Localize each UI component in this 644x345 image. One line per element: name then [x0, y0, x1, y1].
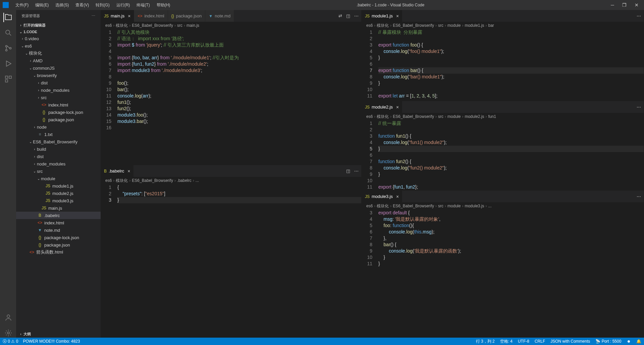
tree-folder[interactable]: ›node: [16, 123, 101, 131]
more-icon[interactable]: ⋯: [354, 168, 359, 174]
status-line-col[interactable]: 行 3，列 2: [476, 339, 495, 344]
tree-folder[interactable]: ⌄module: [16, 175, 101, 182]
breadcrumb[interactable]: es6›模块化›ES6_Babel_Browserify›src›module›…: [362, 202, 644, 210]
status-liveserver[interactable]: 📡 Port : 5500: [595, 339, 621, 344]
status-bell-icon[interactable]: 🔔: [636, 339, 641, 344]
close-icon[interactable]: ×: [396, 13, 399, 19]
svg-rect-5: [9, 76, 11, 78]
tree-file[interactable]: JSmodule1.js: [16, 182, 101, 190]
svg-point-7: [7, 315, 10, 318]
breadcrumb[interactable]: es6›模块化›ES6_Babel_Browserify›src›main.js: [101, 22, 361, 29]
settings-icon[interactable]: [3, 328, 13, 338]
maximize-icon[interactable]: ❐: [622, 2, 627, 8]
tree-file[interactable]: {}package-lock.json: [16, 109, 101, 116]
tab[interactable]: ▼note.md: [205, 10, 234, 22]
run-debug-icon[interactable]: [3, 59, 13, 68]
tree-file[interactable]: ≡1.txt: [16, 131, 101, 138]
status-spaces[interactable]: 空格: 4: [500, 339, 513, 344]
tab[interactable]: {}package.json: [168, 10, 206, 22]
account-icon[interactable]: [3, 313, 13, 322]
tree-file[interactable]: <>index.html: [16, 101, 101, 109]
search-icon[interactable]: [3, 28, 13, 38]
section-open-editors[interactable]: ›打开的编辑器: [16, 22, 101, 29]
tree-file[interactable]: {}package-lock.json: [16, 234, 101, 241]
tree-file[interactable]: ▼note.md: [16, 226, 101, 234]
tree-folder[interactable]: ›src: [16, 94, 101, 101]
split-icon[interactable]: ◫: [346, 168, 350, 174]
code-editor[interactable]: 123 { "presets": ["es2015"]}: [101, 184, 361, 338]
section-workspace[interactable]: ⌄1.CODE: [16, 29, 101, 35]
tree-file[interactable]: B.babelrc: [16, 212, 101, 219]
tree-folder[interactable]: ⌄browserify: [16, 72, 101, 79]
tab-bar: JSmain.js×<>index.html{}package.json▼not…: [101, 10, 361, 22]
menu-item[interactable]: 文件(F): [13, 1, 31, 9]
tree-folder[interactable]: ⌄src: [16, 167, 101, 175]
tab-babelrc[interactable]: B.babelrc×: [101, 165, 134, 177]
status-feedback-icon[interactable]: ☻: [627, 339, 631, 344]
tree-folder[interactable]: ›0.video: [16, 35, 101, 42]
tree-folder[interactable]: ›AMD: [16, 57, 101, 64]
tree-file[interactable]: {}package.json: [16, 116, 101, 123]
tree-file[interactable]: <>箭头函数.html: [16, 249, 101, 256]
code-editor[interactable]: 12345678910111213141516 // 引入其他模块// 语法： …: [101, 29, 361, 165]
menu-item[interactable]: 帮助(H): [154, 1, 173, 9]
more-icon[interactable]: ⋯: [637, 194, 641, 199]
editor-group-top-left: JSmain.js×<>index.html{}package.json▼not…: [101, 10, 362, 165]
tree-file[interactable]: JSmodule2.js: [16, 190, 101, 197]
tree-folder[interactable]: ⌄commonJS: [16, 64, 101, 72]
tree-folder[interactable]: ⌄ES6_Babel_Browserify: [16, 138, 101, 145]
compare-icon[interactable]: ⇄: [338, 13, 342, 18]
section-outline[interactable]: ›大纲: [16, 331, 101, 338]
breadcrumb[interactable]: es6›模块化›ES6_Babel_Browserify›src›module›…: [362, 113, 644, 120]
tab[interactable]: <>index.html: [134, 10, 168, 22]
minimize-icon[interactable]: ─: [611, 2, 614, 8]
sidebar: 资源管理器 ⋯ ›打开的编辑器 ⌄1.CODE ›0.video⌄es6⌄模块化…: [16, 10, 101, 338]
tree-folder[interactable]: ⌄es6: [16, 42, 101, 50]
status-eol[interactable]: CRLF: [535, 339, 545, 344]
close-icon[interactable]: ×: [396, 105, 399, 110]
status-language[interactable]: JSON with Comments: [550, 339, 590, 344]
close-icon[interactable]: ×: [396, 194, 399, 199]
explorer-icon[interactable]: [3, 13, 13, 22]
more-icon[interactable]: ⋯: [637, 105, 641, 110]
tab[interactable]: JSmain.js×: [101, 10, 134, 22]
breadcrumb[interactable]: es6›模块化›ES6_Babel_Browserify›src›module›…: [362, 22, 644, 29]
tree-folder[interactable]: ›node_modules: [16, 86, 101, 94]
status-encoding[interactable]: UTF-8: [518, 339, 529, 344]
tree-file[interactable]: <>index.html: [16, 219, 101, 226]
menu-item[interactable]: 选择(S): [53, 1, 71, 9]
code-editor[interactable]: 1234567891011// 暴露模块 分别暴露 export functio…: [362, 29, 644, 101]
code-editor[interactable]: 1234567891011// 统一暴露 function fun1() { c…: [362, 120, 644, 190]
menu-item[interactable]: 终端(T): [134, 1, 152, 9]
menu-item[interactable]: 查看(V): [73, 1, 92, 9]
close-icon[interactable]: ×: [127, 168, 130, 174]
close-icon[interactable]: ×: [128, 13, 130, 19]
more-icon[interactable]: ⋯: [92, 14, 95, 18]
source-control-icon[interactable]: [3, 44, 13, 53]
tree-folder[interactable]: ›build: [16, 145, 101, 153]
breadcrumb[interactable]: es6›模块化›ES6_Babel_Browserify›.babelrc›..…: [101, 177, 361, 184]
split-icon[interactable]: ◫: [346, 13, 350, 18]
menu-item[interactable]: 运行(R): [114, 1, 133, 9]
tree-folder[interactable]: ›node_modules: [16, 160, 101, 167]
menu-item[interactable]: 编辑(E): [33, 1, 51, 9]
tree-file[interactable]: {}package.json: [16, 241, 101, 249]
tab-module1[interactable]: JSmodule1.js×: [362, 10, 402, 22]
tree-folder[interactable]: ›dist: [16, 79, 101, 86]
tree-file[interactable]: JSmodule3.js: [16, 197, 101, 204]
close-icon[interactable]: ✕: [635, 2, 639, 8]
md-icon: ▼: [209, 14, 213, 18]
extensions-icon[interactable]: [3, 74, 13, 84]
status-errors[interactable]: ⓧ 0 ⚠ 0: [3, 339, 18, 344]
tab-module2[interactable]: JSmodule2.js×: [362, 101, 402, 113]
status-bar: ⓧ 0 ⚠ 0 POWER MODE!!! Combo: 4823 行 3，列 …: [0, 338, 644, 345]
more-icon[interactable]: ⋯: [354, 13, 359, 18]
tree-folder[interactable]: ⌄模块化: [16, 50, 101, 57]
more-icon[interactable]: ⋯: [637, 13, 641, 18]
status-powermode[interactable]: POWER MODE!!! Combo: 4823: [23, 339, 80, 344]
tree-file[interactable]: JSmain.js: [16, 204, 101, 212]
tree-folder[interactable]: ›dist: [16, 153, 101, 160]
menu-item[interactable]: 转到(G): [93, 1, 112, 9]
code-editor[interactable]: 34567891011export default { msg: '我是默认暴露…: [362, 210, 644, 337]
tab-module3[interactable]: JSmodule3.js×: [362, 191, 402, 202]
